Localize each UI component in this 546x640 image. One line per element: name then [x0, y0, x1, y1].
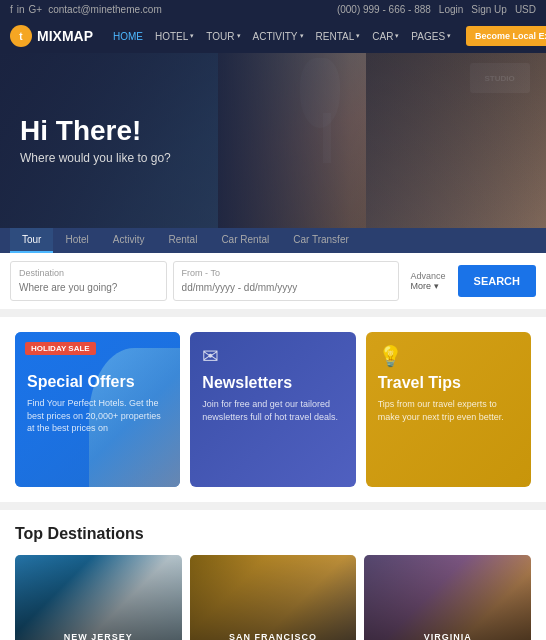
- hero-section: STUDIO Hi There! Where would you like to…: [0, 53, 546, 228]
- search-button[interactable]: SEARCH: [458, 265, 536, 297]
- newsletters-icon: ✉: [202, 344, 343, 368]
- dest-san-francisco[interactable]: SAN FRANCISCO: [190, 555, 357, 640]
- advance-more: More ▾: [411, 281, 446, 291]
- special-offers-content: HOLIDAY SALE Special Offers Find Your Pe…: [15, 332, 180, 487]
- hero-title: Hi There!: [20, 116, 171, 147]
- destinations-grid: NEW JERSEY SAN FRANCISCO VIRGINIA CALIFO…: [15, 555, 531, 640]
- holiday-badge: HOLIDAY SALE: [25, 342, 96, 355]
- newsletters-desc: Join for free and get our tailored newsl…: [202, 398, 343, 423]
- tab-car-rental[interactable]: Car Rental: [209, 228, 281, 253]
- new-jersey-name: NEW JERSEY: [15, 632, 182, 640]
- cards-grid: HOLIDAY SALE Special Offers Find Your Pe…: [15, 332, 531, 487]
- phone-number: (000) 999 - 666 - 888: [337, 4, 431, 15]
- signup-link[interactable]: Sign Up: [471, 4, 507, 15]
- destinations-section: Top Destinations NEW JERSEY SAN FRANCISC…: [0, 510, 546, 640]
- newsletters-content: ✉ Newsletters Join for free and get our …: [190, 332, 355, 487]
- logo-icon: t: [10, 25, 32, 47]
- top-bar: f in G+ contact@minetheme.com (000) 999 …: [0, 0, 546, 19]
- google-plus-icon[interactable]: G+: [29, 4, 43, 15]
- search-bar: Destination From - To Advance More ▾ SEA…: [0, 253, 546, 309]
- date-field: From - To: [173, 261, 399, 301]
- currency-selector[interactable]: USD: [515, 4, 536, 15]
- facebook-icon[interactable]: f: [10, 4, 13, 15]
- newsletters-card[interactable]: ✉ Newsletters Join for free and get our …: [190, 332, 355, 487]
- brand-name: MIXMAP: [37, 28, 93, 44]
- special-offers-desc: Find Your Perfect Hotels. Get the best p…: [27, 397, 168, 435]
- travel-tips-card[interactable]: 💡 Travel Tips Tips from our travel exper…: [366, 332, 531, 487]
- nav-tour[interactable]: TOUR ▾: [201, 27, 245, 46]
- logo[interactable]: t MIXMAP: [10, 25, 93, 47]
- destination-input[interactable]: [19, 282, 158, 293]
- nav-home[interactable]: HOME: [108, 27, 148, 46]
- divider-2: [0, 502, 546, 510]
- hero-content: Hi There! Where would you like to go?: [0, 116, 191, 165]
- special-offers-title: Special Offers: [27, 372, 168, 391]
- travel-tips-desc: Tips from our travel experts to make you…: [378, 398, 519, 423]
- nav-car[interactable]: CAR ▾: [367, 27, 404, 46]
- tab-tour[interactable]: Tour: [10, 228, 53, 253]
- logo-letter: t: [19, 31, 22, 42]
- login-link[interactable]: Login: [439, 4, 463, 15]
- contact-email: contact@minetheme.com: [48, 4, 162, 15]
- search-tabs: Tour Hotel Activity Rental Car Rental Ca…: [0, 228, 546, 253]
- virginia-overlay: [364, 555, 531, 640]
- nav-actions: Become Local Expert ⚲: [466, 26, 546, 46]
- nav-pages[interactable]: PAGES ▾: [406, 27, 456, 46]
- destinations-title: Top Destinations: [15, 525, 531, 543]
- top-bar-left: f in G+ contact@minetheme.com: [10, 4, 162, 15]
- tab-rental[interactable]: Rental: [156, 228, 209, 253]
- travel-tips-content: 💡 Travel Tips Tips from our travel exper…: [366, 332, 531, 487]
- hero-subtitle: Where would you like to go?: [20, 151, 171, 165]
- date-label: From - To: [182, 268, 390, 278]
- tab-activity[interactable]: Activity: [101, 228, 157, 253]
- newsletters-title: Newsletters: [202, 373, 343, 392]
- navbar: t MIXMAP HOME HOTEL ▾ TOUR ▾ ACTIVITY ▾ …: [0, 19, 546, 53]
- virginia-name: VIRGINIA: [364, 632, 531, 640]
- nav-hotel[interactable]: HOTEL ▾: [150, 27, 199, 46]
- dest-new-jersey[interactable]: NEW JERSEY: [15, 555, 182, 640]
- travel-tips-title: Travel Tips: [378, 373, 519, 392]
- san-francisco-name: SAN FRANCISCO: [190, 632, 357, 640]
- nav-links: HOME HOTEL ▾ TOUR ▾ ACTIVITY ▾ RENTAL ▾ …: [108, 27, 456, 46]
- travel-tips-icon: 💡: [378, 344, 519, 368]
- advance-label: Advance: [411, 271, 446, 281]
- divider-1: [0, 309, 546, 317]
- nav-rental[interactable]: RENTAL ▾: [311, 27, 366, 46]
- new-jersey-overlay: [15, 555, 182, 640]
- destination-field: Destination: [10, 261, 167, 301]
- special-offers-card[interactable]: HOLIDAY SALE Special Offers Find Your Pe…: [15, 332, 180, 487]
- nav-activity[interactable]: ACTIVITY ▾: [248, 27, 309, 46]
- advance-button[interactable]: Advance More ▾: [405, 265, 452, 297]
- social-icons: f in G+: [10, 4, 42, 15]
- search-section: Tour Hotel Activity Rental Car Rental Ca…: [0, 228, 546, 309]
- tab-hotel[interactable]: Hotel: [53, 228, 100, 253]
- san-francisco-overlay: [190, 555, 357, 640]
- tab-car-transfer[interactable]: Car Transfer: [281, 228, 361, 253]
- destination-label: Destination: [19, 268, 158, 278]
- date-input[interactable]: [182, 282, 390, 293]
- dest-virginia[interactable]: VIRGINIA: [364, 555, 531, 640]
- top-bar-right: (000) 999 - 666 - 888 Login Sign Up USD: [337, 4, 536, 15]
- linkedin-icon[interactable]: in: [17, 4, 25, 15]
- become-expert-button[interactable]: Become Local Expert: [466, 26, 546, 46]
- cards-section: HOLIDAY SALE Special Offers Find Your Pe…: [0, 317, 546, 502]
